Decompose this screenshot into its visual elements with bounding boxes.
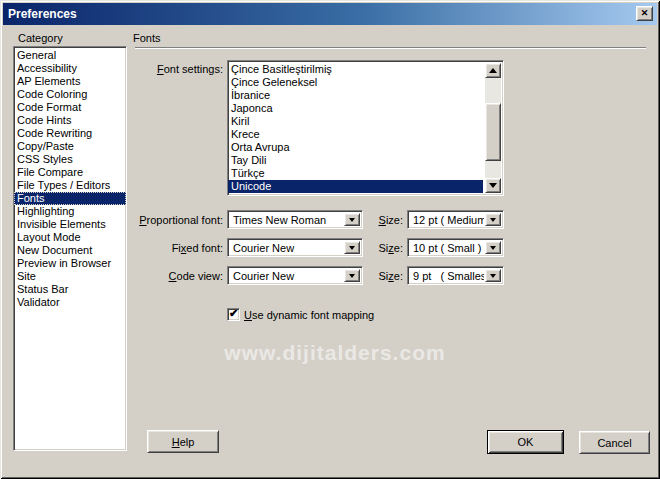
panel-header: Fonts bbox=[133, 32, 161, 44]
category-item[interactable]: CSS Styles bbox=[14, 153, 126, 166]
category-item[interactable]: Code Rewriting bbox=[14, 127, 126, 140]
separator-line bbox=[135, 47, 646, 49]
font-settings-item[interactable]: Orta Avrupa bbox=[228, 141, 483, 154]
font-list-scrollbar[interactable] bbox=[485, 63, 501, 193]
font-settings-item[interactable]: Türkçe bbox=[228, 167, 483, 180]
category-label: Category bbox=[18, 32, 63, 44]
dropdown-arrow-button[interactable] bbox=[485, 241, 501, 254]
size-label-1: Size: bbox=[270, 214, 403, 226]
code-view-size-select[interactable]: 9 pt ( Smallest ) bbox=[407, 266, 504, 285]
proportional-size-value: 12 pt ( Medium ) bbox=[410, 213, 484, 226]
cancel-button[interactable]: Cancel bbox=[579, 431, 650, 454]
category-item[interactable]: Code Hints bbox=[14, 114, 126, 127]
fixed-size-select[interactable]: 10 pt ( Small ) bbox=[407, 238, 504, 257]
arrow-up-icon bbox=[489, 68, 497, 73]
proportional-font-label: Proportional font: bbox=[90, 214, 223, 226]
font-settings-item[interactable]: Krece bbox=[228, 128, 483, 141]
font-settings-item[interactable]: İbranice bbox=[228, 89, 483, 102]
code-view-label: Code view: bbox=[90, 270, 223, 282]
chevron-down-icon bbox=[490, 274, 496, 278]
category-item[interactable]: Preview in Browser bbox=[14, 257, 126, 270]
font-settings-item[interactable]: Unicode bbox=[228, 180, 483, 193]
scroll-up-button[interactable] bbox=[485, 63, 501, 78]
arrow-down-icon bbox=[489, 183, 497, 188]
titlebar[interactable]: Preferences ✕ bbox=[3, 3, 657, 25]
dropdown-arrow-button[interactable] bbox=[485, 269, 501, 282]
category-item[interactable]: Copy/Paste bbox=[14, 140, 126, 153]
help-button[interactable]: Help bbox=[147, 430, 219, 453]
font-settings-item[interactable]: Tay Dili bbox=[228, 154, 483, 167]
close-icon: ✕ bbox=[641, 9, 649, 18]
category-item[interactable]: Status Bar bbox=[14, 283, 126, 296]
font-settings-label: Font settings: bbox=[90, 63, 223, 75]
scrollbar-thumb[interactable] bbox=[485, 103, 501, 161]
size-label-2: Size: bbox=[270, 242, 403, 254]
use-dynamic-font-mapping-label: Use dynamic font mapping bbox=[244, 309, 374, 321]
category-item[interactable]: Fonts bbox=[14, 192, 126, 205]
chevron-down-icon bbox=[490, 246, 496, 250]
size-label-3: Size: bbox=[270, 270, 403, 282]
chevron-down-icon bbox=[490, 218, 496, 222]
category-item[interactable]: General bbox=[14, 49, 126, 62]
ok-button[interactable]: OK bbox=[487, 430, 564, 454]
proportional-size-select[interactable]: 12 pt ( Medium ) bbox=[407, 210, 504, 229]
category-item[interactable]: File Compare bbox=[14, 166, 126, 179]
help-button-label: Help bbox=[172, 436, 195, 448]
category-item[interactable]: Code Coloring bbox=[14, 88, 126, 101]
category-item[interactable]: AP Elements bbox=[14, 75, 126, 88]
watermark: www.dijitalders.com bbox=[170, 341, 500, 365]
check-icon: ✔ bbox=[229, 308, 238, 319]
font-settings-item[interactable]: Çince Basitleştirilmiş bbox=[228, 63, 483, 76]
use-dynamic-font-mapping-checkbox[interactable]: ✔ bbox=[227, 308, 240, 321]
font-settings-listbox[interactable]: Çince BasitleştirilmişÇince Gelenekselİb… bbox=[227, 60, 504, 196]
fixed-font-label: Fixed font: bbox=[90, 242, 223, 254]
font-settings-item[interactable]: Japonca bbox=[228, 102, 483, 115]
fixed-size-value: 10 pt ( Small ) bbox=[410, 241, 484, 254]
dropdown-arrow-button[interactable] bbox=[485, 213, 501, 226]
cancel-button-label: Cancel bbox=[597, 437, 631, 449]
category-item[interactable]: File Types / Editors bbox=[14, 179, 126, 192]
font-settings-item[interactable]: Çince Geleneksel bbox=[228, 76, 483, 89]
category-item[interactable]: Validator bbox=[14, 296, 126, 309]
close-button[interactable]: ✕ bbox=[636, 6, 653, 21]
scroll-down-button[interactable] bbox=[485, 178, 501, 193]
ok-button-label: OK bbox=[518, 436, 534, 448]
preferences-dialog: Preferences ✕ Category GeneralAccessibil… bbox=[0, 0, 660, 479]
code-view-size-value: 9 pt ( Smallest ) bbox=[410, 269, 484, 282]
font-settings-item[interactable]: Kiril bbox=[228, 115, 483, 128]
window-title: Preferences bbox=[3, 7, 77, 21]
category-item[interactable]: Code Format bbox=[14, 101, 126, 114]
